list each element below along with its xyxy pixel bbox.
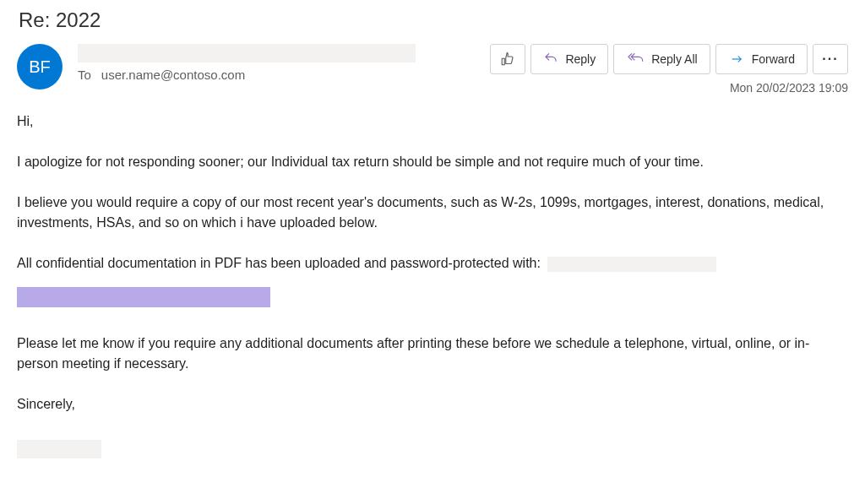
body-closing: Sincerely, bbox=[17, 394, 848, 415]
body-paragraph-4: Please let me know if you require any ad… bbox=[17, 333, 848, 374]
like-button[interactable] bbox=[490, 44, 525, 74]
sender-section: BF To user.name@contoso.com bbox=[17, 44, 490, 89]
reply-all-button[interactable]: Reply All bbox=[613, 44, 710, 74]
email-subject: Re: 2022 bbox=[17, 8, 848, 32]
body-paragraph-1: I apologize for not responding sooner; o… bbox=[17, 152, 848, 172]
password-redacted bbox=[547, 257, 716, 272]
avatar-initials: BF bbox=[29, 57, 51, 77]
password-line: All confidential documentation in PDF ha… bbox=[17, 253, 848, 274]
email-header: BF To user.name@contoso.com bbox=[17, 44, 848, 95]
reply-button[interactable]: Reply bbox=[530, 44, 608, 74]
avatar[interactable]: BF bbox=[17, 44, 63, 89]
link-redacted[interactable] bbox=[17, 287, 270, 307]
body-paragraph-3: All confidential documentation in PDF ha… bbox=[17, 256, 541, 270]
forward-icon bbox=[728, 53, 745, 65]
email-body: Hi, I apologize for not responding soone… bbox=[17, 111, 848, 464]
reply-label: Reply bbox=[565, 52, 596, 66]
signature-redacted bbox=[17, 440, 101, 458]
reply-all-icon bbox=[626, 52, 645, 66]
to-label: To bbox=[78, 68, 91, 82]
sender-info: To user.name@contoso.com bbox=[78, 44, 490, 82]
sender-name-redacted bbox=[78, 44, 416, 62]
to-address[interactable]: user.name@contoso.com bbox=[101, 68, 245, 82]
reply-all-label: Reply All bbox=[651, 52, 697, 66]
reply-icon bbox=[543, 52, 558, 66]
more-actions-button[interactable]: ··· bbox=[813, 44, 848, 74]
action-buttons: Reply Reply All F bbox=[490, 44, 848, 74]
to-line: To user.name@contoso.com bbox=[78, 68, 490, 82]
forward-label: Forward bbox=[752, 52, 795, 66]
actions-section: Reply Reply All F bbox=[490, 44, 848, 95]
timestamp: Mon 20/02/2023 19:09 bbox=[730, 81, 848, 95]
body-paragraph-2: I believe you would require a copy of ou… bbox=[17, 192, 848, 233]
email-container: Re: 2022 BF To user.name@contoso.com bbox=[17, 8, 848, 464]
forward-button[interactable]: Forward bbox=[715, 44, 808, 74]
ellipsis-icon: ··· bbox=[822, 51, 838, 67]
thumbs-up-icon bbox=[500, 51, 515, 67]
body-greeting: Hi, bbox=[17, 111, 848, 132]
